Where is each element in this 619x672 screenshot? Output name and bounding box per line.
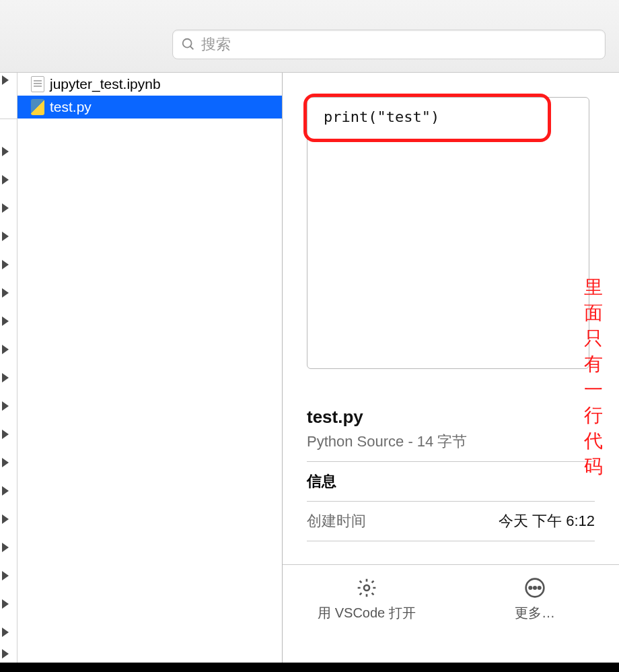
info-key: 创建时间 — [307, 511, 366, 531]
disclosure-triangle-icon[interactable] — [2, 232, 9, 241]
outline-gutter — [0, 73, 17, 663]
divider — [307, 461, 595, 462]
svg-point-0 — [183, 39, 192, 48]
disclosure-triangle-icon[interactable] — [2, 316, 9, 326]
action-label: 用 VSCode 打开 — [318, 604, 416, 622]
quick-actions-bar: 用 VSCode 打开 更多… — [283, 564, 619, 663]
divider — [307, 541, 595, 541]
disclosure-triangle-icon[interactable] — [2, 288, 9, 298]
file-row[interactable]: jupyter_test.ipynb — [17, 73, 282, 96]
search-input[interactable] — [201, 36, 597, 53]
info-value: 今天 下午 6:12 — [499, 511, 595, 531]
preview-pane: print("test") 里面只有一行代码 test.py Python So… — [283, 73, 619, 663]
python-file-icon — [31, 99, 44, 115]
svg-point-6 — [538, 586, 540, 589]
disclosure-triangle-icon[interactable] — [2, 373, 9, 382]
svg-point-4 — [530, 586, 532, 589]
search-field[interactable] — [172, 30, 606, 59]
svg-point-2 — [364, 585, 369, 591]
disclosure-triangle-icon[interactable] — [2, 571, 9, 580]
notebook-file-icon — [31, 76, 44, 92]
disclosure-triangle-icon[interactable] — [2, 401, 9, 411]
preview-subtitle: Python Source - 14 字节 — [307, 432, 595, 452]
divider — [307, 501, 595, 502]
disclosure-triangle-icon[interactable] — [2, 599, 9, 609]
preview-code-line: print("test") — [324, 108, 439, 125]
disclosure-triangle-icon[interactable] — [2, 203, 9, 213]
disclosure-triangle-icon[interactable] — [2, 486, 9, 496]
annotation-text: 里面只有一行代码 — [584, 275, 619, 479]
disclosure-triangle-icon[interactable] — [2, 175, 9, 184]
file-preview-thumbnail[interactable]: print("test") — [307, 97, 589, 369]
info-row-created: 创建时间 今天 下午 6:12 — [307, 511, 595, 531]
disclosure-triangle-icon[interactable] — [2, 430, 9, 439]
dock-shadow — [0, 663, 619, 672]
disclosure-triangle-icon[interactable] — [2, 458, 9, 467]
svg-line-1 — [190, 46, 194, 50]
disclosure-triangle-icon[interactable] — [2, 628, 9, 637]
svg-point-5 — [534, 586, 536, 589]
disclosure-triangle-icon[interactable] — [2, 514, 9, 524]
gear-icon — [356, 577, 377, 599]
disclosure-triangle-icon[interactable] — [2, 75, 9, 85]
search-icon — [181, 37, 196, 52]
action-label: 更多… — [515, 604, 555, 622]
file-name: jupyter_test.ipynb — [50, 76, 161, 92]
file-row-selected[interactable]: test.py — [17, 96, 282, 119]
disclosure-triangle-icon[interactable] — [2, 260, 9, 269]
more-icon — [524, 577, 546, 599]
toolbar — [0, 0, 619, 73]
file-name: test.py — [50, 99, 92, 115]
disclosure-triangle-icon[interactable] — [2, 543, 9, 552]
preview-filename: test.py — [307, 407, 595, 428]
more-actions-button[interactable]: 更多… — [474, 577, 595, 622]
file-list: jupyter_test.ipynb test.py — [17, 73, 283, 663]
disclosure-triangle-icon[interactable] — [2, 649, 9, 659]
disclosure-triangle-icon[interactable] — [2, 345, 9, 354]
open-with-vscode-button[interactable]: 用 VSCode 打开 — [306, 577, 427, 622]
disclosure-triangle-icon[interactable] — [2, 147, 9, 156]
info-heading: 信息 — [307, 471, 595, 492]
